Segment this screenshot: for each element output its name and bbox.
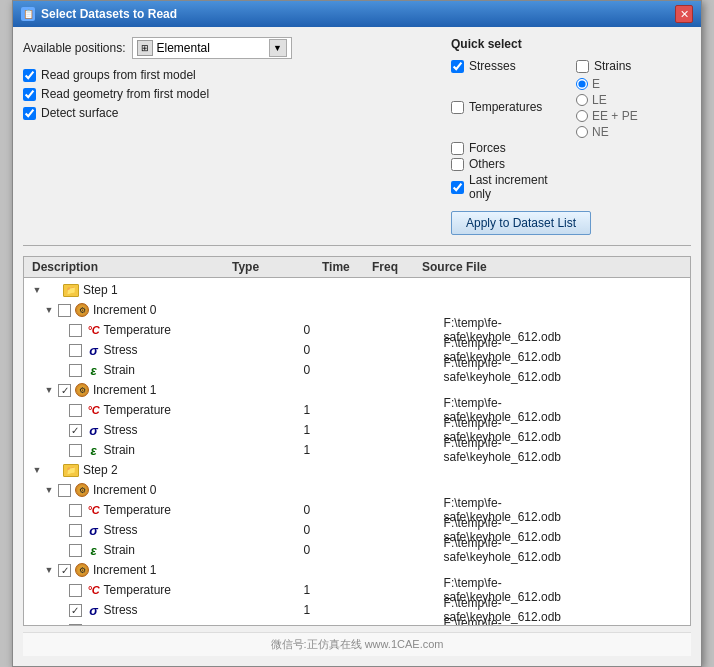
- quick-select-grid: Stresses Strains Temperatures E: [451, 59, 691, 201]
- radio-ne[interactable]: [576, 126, 588, 138]
- gear-icon: ⚙: [75, 383, 89, 397]
- radio-le[interactable]: [576, 94, 588, 106]
- data-row-s1i0-strain: Strain 0 F:\temp\fe-safe\keyhole_612.odb: [104, 356, 688, 384]
- positions-value: Elemental: [157, 41, 265, 55]
- temp-s2i0-checkbox[interactable]: [69, 504, 82, 517]
- radio-eepe-row: EE + PE: [576, 109, 691, 123]
- combo-dropdown-arrow[interactable]: ▼: [269, 39, 287, 57]
- temp-s1i0-checkbox[interactable]: [69, 324, 82, 337]
- stresses-row: Stresses: [451, 59, 566, 73]
- detect-surface-checkbox[interactable]: [23, 107, 36, 120]
- apply-button[interactable]: Apply to Dataset List: [451, 211, 591, 235]
- strain-radio-group: E LE EE + PE NE: [576, 77, 691, 139]
- right-panel: Quick select Stresses Strains Temperatur…: [451, 37, 691, 235]
- list-item[interactable]: ▶ ε Strain 1 F:\temp\fe-safe\keyhole_612…: [24, 440, 690, 460]
- folder-icon: 📁: [63, 284, 79, 297]
- strain-s2i1-checkbox[interactable]: [69, 624, 82, 627]
- read-geometry-checkbox[interactable]: [23, 88, 36, 101]
- close-button[interactable]: ✕: [675, 5, 693, 23]
- quick-select-title: Quick select: [451, 37, 691, 51]
- data-time: 0: [304, 523, 394, 537]
- inc0-s1-label: Increment 0: [93, 303, 156, 317]
- expand-inc1-s2[interactable]: ▼: [42, 563, 56, 577]
- inc1-s2-checkbox[interactable]: [58, 564, 71, 577]
- data-type: Temperature: [104, 323, 304, 337]
- data-source: F:\temp\fe-safe\keyhole_612.odb: [444, 536, 494, 564]
- stress-s1i1-checkbox[interactable]: [69, 424, 82, 437]
- radio-e[interactable]: [576, 78, 588, 90]
- list-item[interactable]: ▶ ε Strain 1 F:\temp\fe-safe\keyhole_612…: [24, 620, 690, 626]
- stress-symbol: σ: [86, 423, 102, 438]
- expand-inc1-s1[interactable]: ▼: [42, 383, 56, 397]
- dataset-table[interactable]: Description Type Time Freq Source File ▼…: [23, 256, 691, 626]
- temp-s2i1-checkbox[interactable]: [69, 584, 82, 597]
- gear-icon: ⚙: [75, 563, 89, 577]
- strain-s1i0-checkbox[interactable]: [69, 364, 82, 377]
- step1-checkbox-placeholder: [46, 284, 59, 297]
- stresses-checkbox[interactable]: [451, 60, 464, 73]
- read-geometry-row: Read geometry from first model: [23, 87, 435, 101]
- radio-ne-label: NE: [592, 125, 609, 139]
- radio-eepe[interactable]: [576, 110, 588, 122]
- expand-step2[interactable]: ▼: [30, 463, 44, 477]
- inc0-s1-checkbox[interactable]: [58, 304, 71, 317]
- temp-s1i1-checkbox[interactable]: [69, 404, 82, 417]
- strain-s1i1-checkbox[interactable]: [69, 444, 82, 457]
- stress-s2i0-checkbox[interactable]: [69, 524, 82, 537]
- read-geometry-label: Read geometry from first model: [41, 87, 209, 101]
- forces-row: Forces: [451, 141, 566, 155]
- data-row-s1i1-strain: Strain 1 F:\temp\fe-safe\keyhole_612.odb: [104, 436, 688, 464]
- positions-row: Available positions: ⊞ Elemental ▼: [23, 37, 435, 59]
- stress-symbol: σ: [86, 603, 102, 618]
- forces-checkbox[interactable]: [451, 142, 464, 155]
- strain-s2i0-checkbox[interactable]: [69, 544, 82, 557]
- data-row-s2i0-strain: Strain 0 F:\temp\fe-safe\keyhole_612.odb: [104, 536, 688, 564]
- expand-inc0-s1[interactable]: ▼: [42, 303, 56, 317]
- col-source: Source File: [418, 260, 686, 274]
- divider: [23, 245, 691, 246]
- strains-checkbox[interactable]: [576, 60, 589, 73]
- data-time: 0: [304, 343, 394, 357]
- data-type: Stress: [104, 343, 304, 357]
- step2-checkbox-placeholder: [46, 464, 59, 477]
- strains-label: Strains: [594, 59, 631, 73]
- expand-step1[interactable]: ▼: [30, 283, 44, 297]
- radio-e-label: E: [592, 77, 600, 91]
- radio-le-row: LE: [576, 93, 691, 107]
- list-item[interactable]: ▶ ε Strain 0 F:\temp\fe-safe\keyhole_612…: [24, 540, 690, 560]
- list-item[interactable]: ▼ 📁 Step 1: [24, 280, 690, 300]
- strain-symbol: ε: [86, 443, 102, 458]
- data-type: Temperature: [104, 403, 304, 417]
- detect-surface-label: Detect surface: [41, 106, 118, 120]
- inc0-s2-label: Increment 0: [93, 483, 156, 497]
- gear-icon: ⚙: [75, 483, 89, 497]
- stress-symbol: σ: [86, 343, 102, 358]
- stress-s2i1-checkbox[interactable]: [69, 604, 82, 617]
- window-icon: 📋: [21, 7, 35, 21]
- data-type: Strain: [104, 443, 304, 457]
- data-type: Temperature: [104, 583, 304, 597]
- data-time: 0: [304, 543, 394, 557]
- last-increment-checkbox[interactable]: [451, 181, 464, 194]
- temp-symbol: °C: [86, 584, 102, 596]
- main-window: 📋 Select Datasets to Read ✕ Available po…: [12, 0, 702, 667]
- radio-eepe-label: EE + PE: [592, 109, 638, 123]
- data-time: 1: [304, 403, 394, 417]
- folder-icon: 📁: [63, 464, 79, 477]
- col-description: Description: [28, 260, 228, 274]
- stress-s1i0-checkbox[interactable]: [69, 344, 82, 357]
- data-type: Strain: [104, 623, 304, 626]
- others-checkbox[interactable]: [451, 158, 464, 171]
- read-groups-checkbox[interactable]: [23, 69, 36, 82]
- temp-symbol: °C: [86, 324, 102, 336]
- positions-combobox[interactable]: ⊞ Elemental ▼: [132, 37, 292, 59]
- expand-inc0-s2[interactable]: ▼: [42, 483, 56, 497]
- read-groups-label: Read groups from first model: [41, 68, 196, 82]
- temperatures-checkbox[interactable]: [451, 101, 464, 114]
- positions-label: Available positions:: [23, 41, 126, 55]
- inc1-s1-checkbox[interactable]: [58, 384, 71, 397]
- watermark: 微信号:正仿真在线 www.1CAE.com: [23, 632, 691, 656]
- inc0-s2-checkbox[interactable]: [58, 484, 71, 497]
- list-item[interactable]: ▶ ε Strain 0 F:\temp\fe-safe\keyhole_612…: [24, 360, 690, 380]
- title-bar: 📋 Select Datasets to Read ✕: [13, 1, 701, 27]
